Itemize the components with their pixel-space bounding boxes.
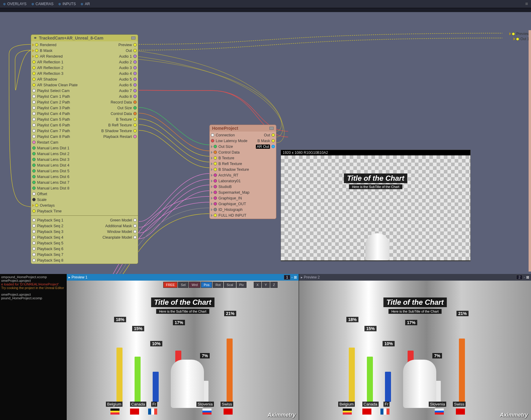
- output-pin[interactable]: Additional Mask: [105, 224, 137, 228]
- input-pin[interactable]: Manual Lens Dist 3: [32, 158, 69, 162]
- menu-cameras[interactable]: ⊕CAMERAS: [31, 2, 53, 6]
- node-menu-icon[interactable]: [131, 37, 135, 40]
- output-pin[interactable]: Cleanplate Model: [103, 235, 137, 240]
- rot-button[interactable]: Rot: [213, 282, 223, 288]
- input-pin[interactable]: AR Rendered: [32, 54, 63, 59]
- input-pin[interactable]: Playback Seq 3: [32, 230, 63, 234]
- output-pin[interactable]: Record Data: [111, 100, 137, 104]
- input-pin[interactable]: Graphique_IN: [211, 196, 242, 200]
- input-pin[interactable]: Scale: [32, 198, 46, 202]
- node-homeproject[interactable]: HomeProject ConnectionOutLow Latency Mod…: [209, 125, 276, 219]
- input-pin[interactable]: Playback Seq 7: [32, 253, 63, 257]
- input-pin[interactable]: Playlist Cam 4 Path: [32, 112, 70, 116]
- input-pin[interactable]: ID_Histograph: [211, 208, 243, 212]
- input-pin[interactable]: Offset: [32, 192, 47, 196]
- sync-icon[interactable]: -: [291, 275, 293, 279]
- menu-ar[interactable]: ⊕AR: [81, 2, 90, 6]
- input-pin[interactable]: FULL HD INPUT: [211, 213, 246, 218]
- input-pin[interactable]: Out Size: [211, 145, 233, 149]
- x-button[interactable]: X: [254, 282, 261, 288]
- input-pin[interactable]: Manual Lens Dist 1: [32, 146, 69, 150]
- input-pin[interactable]: Manual Lens Dist 5: [32, 169, 69, 173]
- input-pin[interactable]: Manual Lens Dist 6: [32, 175, 69, 179]
- preview1-viewport[interactable]: FREESelWrdPosRotScalPivXYZTitle of the C…: [67, 281, 299, 420]
- input-pin[interactable]: Control Data: [211, 150, 240, 154]
- preview1-header[interactable]: ▸Preview 1 1 - ⊠: [67, 274, 299, 281]
- input-pin[interactable]: Playlist Cam 6 Path: [32, 123, 70, 127]
- input-pin[interactable]: B Shadow Texture: [211, 167, 249, 172]
- input-pin[interactable]: Playlist Cam 5 Path: [32, 117, 70, 122]
- input-pin[interactable]: Playlist Cam 8 Path: [32, 135, 70, 139]
- input-pin[interactable]: Manual Lens Dist 4: [32, 163, 69, 167]
- output-pin[interactable]: Preview: [119, 43, 137, 47]
- input-pin[interactable]: Playback Time: [32, 209, 62, 213]
- input-pin[interactable]: Graphique_OUT: [211, 202, 246, 206]
- input-pin[interactable]: Manual Lens Dist 7: [32, 180, 69, 185]
- input-pin[interactable]: Playlist Select Cam: [32, 89, 70, 93]
- menu-hamburger-icon[interactable]: ≡: [525, 1, 528, 7]
- output-pin[interactable]: Audio 6: [119, 83, 137, 87]
- input-pin[interactable]: Playlist Cam 7 Path: [32, 129, 70, 133]
- input-pin[interactable]: B Refl Texture: [211, 162, 242, 166]
- input-pin[interactable]: Playlist Cam 2 Path: [32, 100, 70, 104]
- input-pin[interactable]: AR Shadow Clean Plate: [32, 83, 78, 87]
- input-pin[interactable]: ArchVis_RT: [211, 173, 238, 177]
- preview-pane-2[interactable]: ▸Preview 2 2 - ⊠ Title of the ChartHere …: [299, 274, 531, 420]
- output-pin[interactable]: Playback Restart: [103, 135, 137, 139]
- input-pin[interactable]: Manual Lens Dist 8: [32, 186, 69, 190]
- output-pin[interactable]: Audio 2: [119, 60, 137, 64]
- output-pin[interactable]: Audio 4: [119, 72, 137, 76]
- input-pin[interactable]: Overlays: [32, 203, 55, 208]
- output-pin[interactable]: B Texture: [116, 117, 137, 122]
- output-pin[interactable]: Control Data: [111, 112, 137, 116]
- input-pin[interactable]: Laboratory01: [211, 179, 241, 183]
- canvas-output-out1[interactable]: Out 1: [514, 37, 529, 41]
- node-homeproject-header[interactable]: HomeProject: [210, 125, 276, 132]
- input-pin[interactable]: AR Reflection 3: [32, 72, 63, 76]
- piv-button[interactable]: Piv: [237, 282, 246, 288]
- canvas-output-preview[interactable]: Preview: [509, 32, 529, 36]
- node-menu-icon[interactable]: [269, 127, 274, 130]
- input-pin[interactable]: Playback Seq 6: [32, 247, 63, 251]
- output-pin[interactable]: Audio 3: [119, 66, 137, 70]
- log-panel[interactable]: ompound_HomeProject.xcomp omeProject.upr…: [0, 274, 66, 420]
- input-pin[interactable]: Connection: [211, 133, 235, 137]
- input-pin[interactable]: Low Latency Mode: [211, 139, 247, 143]
- output-pin[interactable]: Audio 5: [119, 77, 137, 81]
- output-pin[interactable]: B Refl Texture: [108, 123, 137, 127]
- input-pin[interactable]: Playback Seq 5: [32, 241, 63, 245]
- close-icon[interactable]: ⊠: [294, 275, 297, 279]
- input-pin[interactable]: Manual Lens Dist 2: [32, 152, 69, 156]
- input-pin[interactable]: B Mask: [32, 49, 52, 53]
- preview2-header[interactable]: ▸Preview 2 2 - ⊠: [299, 274, 531, 281]
- output-pin[interactable]: Out Size: [117, 106, 137, 110]
- input-pin[interactable]: Playlist Cam 1 Path: [32, 94, 70, 99]
- node-trackedcam-header[interactable]: ⚭ TrackedCam+AR_Unreal_8-Cam: [31, 35, 138, 41]
- input-pin[interactable]: Supermarket_Map: [211, 190, 250, 195]
- input-pin[interactable]: Restart Cam: [32, 140, 58, 145]
- output-pin[interactable]: Window Model: [107, 230, 137, 234]
- input-pin[interactable]: Playback Seq 2: [32, 224, 63, 228]
- y-button[interactable]: Y: [262, 282, 269, 288]
- menu-inputs[interactable]: ⊕INPUTS: [58, 2, 76, 6]
- preview-monitor[interactable]: 1920 x 1080 R10G10B10A2 Title of the Cha…: [281, 150, 471, 261]
- output-pin[interactable]: Green Model: [110, 218, 137, 222]
- input-pin[interactable]: AR Shadow: [32, 77, 57, 81]
- input-pin[interactable]: Playback Seq 4: [32, 235, 63, 240]
- output-pin[interactable]: B Mask: [257, 139, 275, 143]
- output-pin[interactable]: B Shadow Texture: [101, 129, 137, 133]
- preview-pane-1[interactable]: ▸Preview 1 1 - ⊠ FREESelWrdPosRotScalPiv…: [66, 274, 299, 420]
- preview2-viewport[interactable]: Title of the ChartHere is the SubTitle o…: [299, 281, 531, 420]
- free-button[interactable]: FREE: [163, 282, 177, 288]
- input-pin[interactable]: StudioB: [211, 185, 232, 189]
- wrd-button[interactable]: Wrd: [189, 282, 200, 288]
- scal-button[interactable]: Scal: [224, 282, 236, 288]
- input-pin[interactable]: Playback Seq 1: [32, 218, 63, 222]
- node-trackedcam[interactable]: ⚭ TrackedCam+AR_Unreal_8-Cam RenderedPre…: [31, 34, 138, 264]
- input-pin[interactable]: Playlist Cam 3 Path: [32, 106, 70, 110]
- z-button[interactable]: Z: [270, 282, 278, 288]
- node-canvas[interactable]: ⚭ TrackedCam+AR_Unreal_8-Cam RenderedPre…: [0, 12, 531, 274]
- close-icon[interactable]: ⊠: [526, 275, 529, 279]
- menu-overlays[interactable]: ⊕OVERLAYS: [3, 2, 27, 6]
- input-pin[interactable]: B Texture: [211, 156, 234, 160]
